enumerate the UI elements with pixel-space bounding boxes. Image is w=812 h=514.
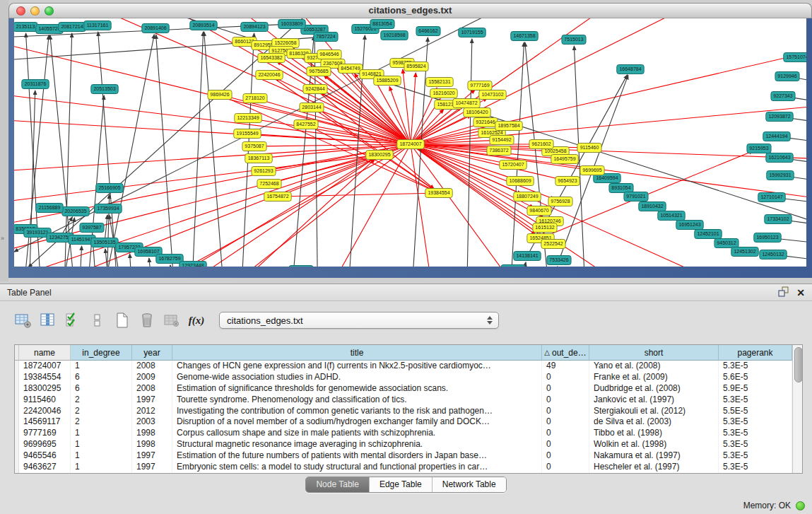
graph-node-20894123[interactable]: 20894123 <box>241 23 268 32</box>
graph-node-12450132[interactable]: 12450132 <box>760 250 787 259</box>
float-panel-icon[interactable] <box>778 286 789 299</box>
table-vertical-scrollbar[interactable] <box>792 345 802 473</box>
graph-node-9321646[interactable]: 9321646 <box>473 118 498 127</box>
graph-node-16951243[interactable]: 16951243 <box>676 221 703 230</box>
graph-node-9115460[interactable]: 9115460 <box>577 144 601 153</box>
table-selector-dropdown[interactable]: citations_edges.txt <box>219 312 499 329</box>
table-settings-icon[interactable] <box>14 311 33 329</box>
table-row[interactable]: 946554611997Estimation of the future num… <box>15 450 792 462</box>
graph-node-7386372[interactable]: 7386372 <box>487 146 511 156</box>
window-titlebar[interactable]: citations_edges.txt <box>8 3 812 18</box>
graph-node-22420046[interactable]: 22420046 <box>256 71 283 80</box>
column-header-pagerank[interactable]: pagerank <box>719 345 792 361</box>
tab-node-table[interactable]: Node Table <box>306 477 369 492</box>
graph-node-17359934[interactable]: 17359934 <box>95 204 122 214</box>
graph-node-9235014[interactable]: 9235014 <box>289 266 313 267</box>
column-header-short[interactable]: short <box>589 345 719 361</box>
graph-node-20513503[interactable]: 20513503 <box>91 85 118 94</box>
graph-node-2135113[interactable]: 2135113 <box>14 23 37 32</box>
graph-node-9675685[interactable]: 9675685 <box>307 67 331 76</box>
table-row[interactable]: 911546021997Tourette syndrome. Phenomeno… <box>15 395 792 406</box>
column-header-year[interactable]: year <box>132 345 172 361</box>
graph-node-20311876[interactable]: 20311876 <box>22 80 49 89</box>
graph-node-9846546[interactable]: 9846546 <box>317 50 341 59</box>
graph-node-18106420[interactable]: 18106420 <box>464 108 490 117</box>
tab-network-table[interactable]: Network Table <box>432 477 506 492</box>
graph-node-18807249[interactable]: 18807249 <box>514 192 541 201</box>
graph-node-2803144[interactable]: 2803144 <box>300 103 324 112</box>
graph-edge[interactable] <box>411 73 416 144</box>
show-column-icon[interactable] <box>39 311 57 329</box>
delete-table-icon[interactable] <box>138 311 156 329</box>
graph-node-19155549[interactable]: 19155549 <box>234 129 261 139</box>
deselect-rows-icon[interactable] <box>88 311 107 329</box>
graph-node-9791021[interactable]: 9791021 <box>624 192 648 201</box>
panel-collapse-arrow-icon[interactable]: » <box>1 235 4 242</box>
close-window-icon[interactable] <box>16 6 25 16</box>
graph-node-15885209[interactable]: 15885209 <box>374 76 401 86</box>
graph-node-18724007[interactable]: 18724007 <box>397 140 424 149</box>
graph-node-7515013[interactable]: 7515013 <box>562 35 586 45</box>
table-row[interactable]: 977716911998Corpus callosum shape and si… <box>15 428 792 439</box>
graph-node-9777169[interactable]: 9777169 <box>468 81 492 90</box>
new-table-icon[interactable] <box>113 311 131 329</box>
graph-node-9227343[interactable]: 9227343 <box>771 92 795 101</box>
graph-node-9699695[interactable]: 9699695 <box>580 166 604 175</box>
graph-node-9621602[interactable]: 9621602 <box>529 140 553 149</box>
graph-node-9654923[interactable]: 9654923 <box>555 177 579 186</box>
graph-node-16543382[interactable]: 16543382 <box>258 54 285 63</box>
tab-edge-table[interactable]: Edge Table <box>369 477 432 492</box>
graph-node-18300295[interactable]: 18300295 <box>366 151 393 160</box>
graph-node-12451302[interactable]: 12451302 <box>731 247 758 257</box>
graph-node-8931054[interactable]: 8931054 <box>609 184 633 193</box>
graph-node-16782759[interactable]: 16782759 <box>156 255 183 264</box>
graph-node-18367113[interactable]: 18367113 <box>245 154 272 163</box>
graph-node-14671358[interactable]: 14671358 <box>511 32 538 41</box>
graph-node-14138141[interactable]: 14138141 <box>514 252 541 261</box>
graph-node-9242844[interactable]: 9242844 <box>303 85 327 94</box>
graph-node-11317161[interactable]: 11317161 <box>84 21 111 30</box>
graph-node-9129946[interactable]: 9129946 <box>775 72 799 81</box>
graph-edge[interactable] <box>14 33 411 144</box>
graph-node-12452101[interactable]: 12452101 <box>695 230 722 239</box>
network-canvas[interactable]: 1872400721351131405572420817214113171612… <box>14 18 806 267</box>
graph-node-15582131[interactable]: 15582131 <box>426 78 453 87</box>
table-row[interactable]: 2242004622012Investigating the contribut… <box>15 406 792 417</box>
graph-node-16648784[interactable]: 16648784 <box>617 65 644 74</box>
graph-node-2718120[interactable]: 2718120 <box>243 94 267 103</box>
graph-node-8813054[interactable]: 8813054 <box>370 20 394 29</box>
column-header-name[interactable]: name <box>19 345 71 361</box>
graph-node-20206535[interactable]: 20206535 <box>62 207 89 216</box>
graph-node-19218598[interactable]: 19218598 <box>381 31 408 40</box>
function-builder-icon[interactable]: f(x) <box>187 311 206 329</box>
graph-node-9375087[interactable]: 9375087 <box>242 142 266 151</box>
graph-node-21156889[interactable]: 21156889 <box>36 204 63 213</box>
graph-node-13505135[interactable]: 13505135 <box>91 238 118 247</box>
graph-node-9840670[interactable]: 9840670 <box>527 206 551 216</box>
graph-node-12923448[interactable]: 12923448 <box>180 262 206 267</box>
graph-node-9215953[interactable]: 9215953 <box>747 144 771 153</box>
graph-node-17334102[interactable]: 17334102 <box>765 215 792 224</box>
graph-node-9756928[interactable]: 9756928 <box>548 197 572 206</box>
graph-node-15992931[interactable]: 15992931 <box>767 171 794 180</box>
graph-node-16495759[interactable]: 16495759 <box>551 155 578 164</box>
table-row[interactable]: 1872400712008Changes of HCN gene express… <box>15 361 792 372</box>
graph-node-20891406[interactable]: 20891406 <box>142 24 169 33</box>
graph-node-12444194[interactable]: 12444194 <box>763 132 790 141</box>
graph-node-10474872[interactable]: 10474872 <box>453 99 480 108</box>
graph-node-18910432[interactable]: 18910432 <box>639 202 666 211</box>
graph-node-20893514[interactable]: 20893514 <box>190 21 217 30</box>
graph-node-9397587[interactable]: 9397587 <box>80 223 104 233</box>
graph-node-20817214[interactable]: 20817214 <box>59 23 86 32</box>
graph-node-10473102[interactable]: 10473102 <box>479 90 506 100</box>
minimize-window-icon[interactable] <box>30 6 40 16</box>
graph-node-12093872[interactable]: 12093872 <box>766 112 793 122</box>
table-row[interactable]: 969969511998Structural magnetic resonanc… <box>15 439 792 450</box>
graph-node-12710147[interactable]: 12710147 <box>758 193 785 202</box>
graph-node-9869426[interactable]: 9869426 <box>208 90 232 100</box>
graph-edge[interactable] <box>170 265 177 267</box>
graph-node-7857224[interactable]: 7857224 <box>314 33 338 42</box>
graph-edge[interactable] <box>204 32 226 267</box>
column-header-out-degree[interactable]: △ out_de… <box>542 345 589 361</box>
graph-node-15751074[interactable]: 15751074 <box>784 53 806 62</box>
